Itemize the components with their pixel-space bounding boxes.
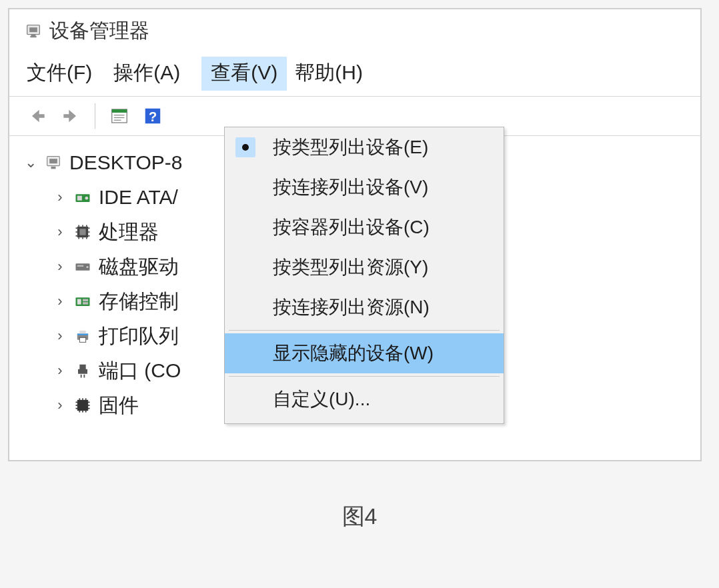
expand-icon[interactable]: › xyxy=(53,249,67,284)
svg-rect-13 xyxy=(77,196,82,201)
svg-rect-10 xyxy=(49,159,57,163)
tree-item-label: 固件 xyxy=(99,388,139,423)
printer-icon xyxy=(72,325,93,347)
tree-item-label: 打印队列 xyxy=(99,319,179,353)
dd-label: 按连接列出设备(V) xyxy=(273,175,428,200)
svg-rect-38 xyxy=(79,337,85,342)
svg-rect-39 xyxy=(77,334,88,335)
processor-icon xyxy=(72,221,93,243)
dd-customize[interactable]: 自定义(U)... xyxy=(225,379,504,419)
tree-item-label: 端口 (CO xyxy=(99,353,181,388)
dropdown-separator xyxy=(229,376,500,377)
dd-label: 按连接列出资源(N) xyxy=(273,295,430,320)
svg-rect-11 xyxy=(51,167,56,169)
dd-label: 按容器列出设备(C) xyxy=(273,215,430,240)
dd-label: 显示隐藏的设备(W) xyxy=(273,341,434,366)
svg-rect-31 xyxy=(77,265,83,267)
storage-controller-icon xyxy=(72,291,93,312)
firmware-icon xyxy=(72,395,93,416)
svg-rect-1 xyxy=(29,27,37,32)
properties-button[interactable] xyxy=(106,103,133,129)
view-dropdown: 按类型列出设备(E) 按连接列出设备(V) 按容器列出设备(C) 按类型列出资源… xyxy=(224,127,504,424)
tree-item-label: 磁盘驱动 xyxy=(99,249,179,284)
device-manager-icon xyxy=(24,22,43,41)
expand-icon[interactable]: › xyxy=(53,284,67,319)
expand-icon[interactable]: › xyxy=(53,180,67,215)
toolbar-separator xyxy=(95,103,95,129)
dd-resources-by-connection[interactable]: 按连接列出资源(N) xyxy=(225,287,504,327)
device-manager-window: 设备管理器 文件(F) 操作(A) 查看(V) 帮助(H) ? xyxy=(8,8,702,461)
dd-devices-by-container[interactable]: 按容器列出设备(C) xyxy=(225,207,504,247)
help-button[interactable]: ? xyxy=(139,103,166,129)
dd-devices-by-connection[interactable]: 按连接列出设备(V) xyxy=(225,167,504,207)
menu-view[interactable]: 查看(V) xyxy=(201,57,287,91)
ide-controller-icon xyxy=(72,187,93,208)
window-title: 设备管理器 xyxy=(49,17,149,45)
radio-selected-icon xyxy=(225,127,266,167)
computer-icon xyxy=(43,152,64,173)
svg-point-30 xyxy=(86,266,88,268)
svg-text:?: ? xyxy=(149,109,157,124)
svg-rect-3 xyxy=(112,109,127,113)
menu-action[interactable]: 操作(A) xyxy=(113,57,193,91)
expand-icon[interactable]: › xyxy=(53,215,67,249)
tree-item-label: 处理器 xyxy=(99,215,159,249)
figure-caption: 图4 xyxy=(8,501,711,532)
svg-rect-35 xyxy=(83,302,88,305)
dd-show-hidden[interactable]: 显示隐藏的设备(W) xyxy=(225,333,504,373)
expand-icon[interactable]: › xyxy=(53,353,67,388)
tree-item-label: IDE ATA/ xyxy=(99,180,178,215)
collapse-icon[interactable]: ⌄ xyxy=(24,145,37,180)
dd-devices-by-type[interactable]: 按类型列出设备(E) xyxy=(225,127,504,167)
svg-rect-16 xyxy=(79,229,85,235)
dd-label: 按类型列出设备(E) xyxy=(273,135,428,160)
svg-rect-34 xyxy=(83,299,88,302)
disk-drive-icon xyxy=(72,256,93,277)
menubar: 文件(F) 操作(A) 查看(V) 帮助(H) xyxy=(9,50,700,96)
menu-file[interactable]: 文件(F) xyxy=(27,57,105,91)
titlebar: 设备管理器 xyxy=(9,9,700,50)
tree-root-label: DESKTOP-8 xyxy=(69,145,183,180)
expand-icon[interactable]: › xyxy=(53,319,67,353)
forward-button[interactable] xyxy=(57,103,84,129)
svg-rect-33 xyxy=(77,299,81,305)
dropdown-separator xyxy=(229,330,500,331)
menu-help[interactable]: 帮助(H) xyxy=(295,57,376,91)
svg-rect-42 xyxy=(77,400,88,411)
dd-label: 按类型列出资源(Y) xyxy=(273,255,428,280)
expand-icon[interactable]: › xyxy=(53,388,67,423)
dd-label: 自定义(U)... xyxy=(273,387,370,412)
svg-point-14 xyxy=(85,197,89,200)
dd-resources-by-type[interactable]: 按类型列出资源(Y) xyxy=(225,247,504,287)
back-button[interactable] xyxy=(24,103,51,129)
tree-item-label: 存储控制 xyxy=(99,284,179,319)
port-icon xyxy=(72,360,93,381)
